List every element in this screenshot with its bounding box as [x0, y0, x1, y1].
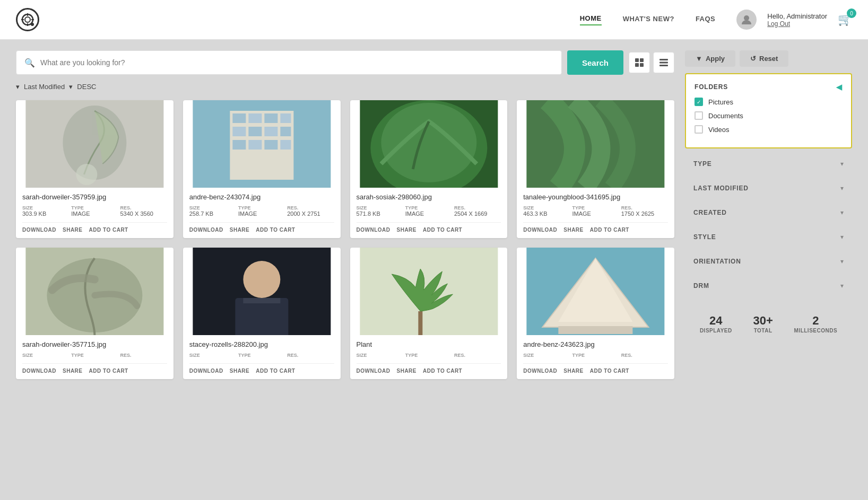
svg-rect-23: [280, 113, 291, 123]
action-share[interactable]: SHARE: [230, 368, 250, 374]
svg-rect-9: [640, 58, 644, 62]
meta-res-label: RES.1750 X 2625: [621, 205, 668, 217]
svg-rect-11: [640, 63, 644, 67]
meta-type-label: TYPE: [71, 353, 118, 358]
main-nav: HOME WHAT'S NEW? FAQS: [580, 14, 716, 25]
user-area: Hello, Administrator Log Out 🛒 0: [736, 10, 852, 30]
meta-res-label: RES.: [454, 353, 501, 358]
image-info: stacey-rozells-288200.jpg SIZE TYPE RES.…: [183, 335, 341, 379]
action-share[interactable]: SHARE: [63, 368, 83, 374]
meta-size-label: SIZE571.8 KB: [357, 205, 403, 217]
filter-section-orientation[interactable]: ORIENTATION ▾: [685, 250, 852, 273]
action-add-to-cart[interactable]: ADD TO CART: [256, 227, 295, 233]
meta-type-label: TYPE: [238, 353, 285, 358]
action-download[interactable]: DOWNLOAD: [357, 368, 390, 374]
action-download[interactable]: DOWNLOAD: [189, 368, 223, 374]
cart-area[interactable]: 🛒 0: [838, 13, 852, 27]
folder-checkbox[interactable]: ✓: [695, 98, 703, 106]
action-share[interactable]: SHARE: [397, 227, 417, 233]
svg-rect-47: [559, 326, 633, 334]
image-thumbnail: [183, 100, 341, 188]
image-filename: andre-benz-243623.jpg: [523, 340, 668, 348]
filter-section-arrow-icon: ▾: [840, 282, 844, 290]
svg-rect-13: [659, 62, 668, 64]
search-button[interactable]: Search: [567, 50, 623, 75]
folders-panel: FOLDERS ◀ ✓ Pictures Documents Videos: [685, 73, 852, 148]
action-download[interactable]: DOWNLOAD: [22, 368, 56, 374]
apply-button[interactable]: ▼ Apply: [685, 50, 735, 67]
reset-label: Reset: [759, 55, 778, 63]
action-download[interactable]: DOWNLOAD: [357, 227, 390, 233]
image-filename: sarah-sosiak-298060.jpg: [357, 193, 501, 201]
meta-type-label: TYPEIMAGE: [238, 205, 285, 217]
image-actions: DOWNLOADSHAREADD TO CART: [357, 363, 501, 374]
folder-name: Documents: [708, 112, 743, 120]
view-toggles: [629, 52, 674, 73]
image-thumbnail: [350, 248, 508, 335]
svg-point-6: [31, 23, 34, 26]
sort-field-label[interactable]: Last Modified: [24, 83, 65, 91]
filter-icon: ▼: [696, 55, 702, 63]
reset-button[interactable]: ↺ Reset: [740, 50, 788, 67]
filter-section-created[interactable]: CREATED ▾: [685, 201, 852, 224]
nav-home[interactable]: HOME: [580, 14, 602, 25]
action-add-to-cart[interactable]: ADD TO CART: [89, 227, 128, 233]
action-add-to-cart[interactable]: ADD TO CART: [256, 368, 295, 374]
grid-view-button[interactable]: [629, 52, 650, 73]
filter-section-last-modified[interactable]: LAST MODIFIED ▾: [685, 177, 852, 199]
sort-order-label[interactable]: DESC: [77, 83, 96, 91]
action-share[interactable]: SHARE: [563, 368, 584, 374]
folder-checkbox[interactable]: [695, 111, 703, 120]
svg-rect-24: [232, 127, 246, 136]
action-add-to-cart[interactable]: ADD TO CART: [89, 368, 128, 374]
meta-size-label: SIZE303.9 KB: [22, 205, 69, 217]
svg-rect-12: [659, 59, 668, 60]
search-input[interactable]: [40, 58, 553, 67]
image-filename: andre-benz-243074.jpg: [189, 193, 334, 201]
action-download[interactable]: DOWNLOAD: [22, 227, 56, 233]
image-info: andre-benz-243074.jpg SIZE258.7 KB TYPEI…: [183, 188, 341, 238]
list-view-button[interactable]: [653, 52, 674, 73]
action-share[interactable]: SHARE: [230, 227, 250, 233]
svg-rect-14: [659, 65, 668, 66]
filter-section-arrow-icon: ▾: [840, 233, 844, 241]
sort-arrow-icon: ▾: [16, 83, 20, 91]
image-info: sarah-dorweiler-357959.jpg SIZE303.9 KB …: [16, 188, 173, 238]
folder-item[interactable]: Documents: [695, 111, 843, 120]
filter-section-type[interactable]: TYPE ▾: [685, 153, 852, 175]
logo[interactable]: [16, 8, 39, 31]
meta-res-label: RES.: [621, 353, 668, 358]
image-actions: DOWNLOADSHAREADD TO CART: [523, 363, 668, 374]
logout-link[interactable]: Log Out: [767, 20, 827, 28]
action-share[interactable]: SHARE: [397, 368, 417, 374]
action-add-to-cart[interactable]: ADD TO CART: [590, 227, 629, 233]
avatar: [736, 10, 757, 30]
action-add-to-cart[interactable]: ADD TO CART: [423, 368, 462, 374]
action-add-to-cart[interactable]: ADD TO CART: [423, 227, 462, 233]
action-download[interactable]: DOWNLOAD: [523, 227, 557, 233]
action-download[interactable]: DOWNLOAD: [523, 368, 557, 374]
folder-item[interactable]: ✓ Pictures: [695, 98, 843, 106]
meta-res-label: RES.: [287, 353, 334, 358]
filter-section-drm[interactable]: DRM ▾: [685, 275, 852, 297]
filter-section-style[interactable]: STYLE ▾: [685, 226, 852, 248]
folder-item[interactable]: Videos: [695, 125, 843, 134]
stat-label: MILLISECONDS: [794, 328, 838, 334]
action-download[interactable]: DOWNLOAD: [189, 227, 223, 233]
nav-whats-new[interactable]: WHAT'S NEW?: [623, 15, 674, 25]
filter-section-label: CREATED: [693, 209, 727, 216]
meta-type-label: TYPEIMAGE: [71, 205, 118, 217]
action-add-to-cart[interactable]: ADD TO CART: [590, 368, 629, 374]
image-card: tanalee-youngblood-341695.jpg SIZE463.3 …: [517, 100, 674, 238]
logo-icon: [16, 8, 39, 31]
filter-section-arrow-icon: ▾: [840, 185, 844, 192]
nav-faqs[interactable]: FAQS: [696, 15, 715, 25]
folder-checkbox[interactable]: [695, 125, 703, 134]
sidebar: ▼ Apply ↺ Reset FOLDERS ◀ ✓ Pictures Doc…: [685, 50, 852, 379]
action-share[interactable]: SHARE: [63, 227, 83, 233]
image-thumbnail: [16, 100, 173, 188]
action-share[interactable]: SHARE: [563, 227, 584, 233]
list-icon: [659, 58, 669, 67]
meta-type-label: TYPEIMAGE: [572, 205, 619, 217]
svg-rect-21: [248, 113, 262, 123]
